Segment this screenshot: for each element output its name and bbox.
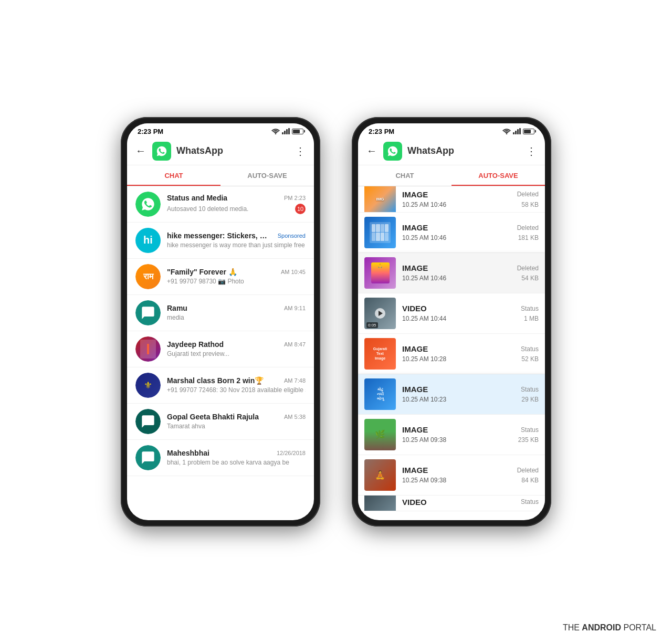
media-time-5: 10.25 AM 10:23: [402, 396, 446, 403]
media-size-3: 1 MB: [524, 315, 539, 322]
chat-name-jaydeep: Jaydeep Rathod: [167, 340, 224, 349]
app-icon-right: [383, 142, 402, 161]
chat-name-hike: hike messenger: Stickers, Hidde...: [167, 231, 272, 240]
media-time-top: 10.25 AM 10:46: [402, 201, 446, 208]
menu-button[interactable]: ⋮: [295, 145, 306, 157]
media-item-top-partial[interactable]: IMG IMAGE Deleted 10.25 AM 10:46 58 KB: [358, 186, 545, 213]
media-type-1: IMAGE: [402, 223, 428, 232]
chat-time-marshal: AM 7:48: [284, 377, 306, 384]
chat-item-family[interactable]: राम "Family" Forever 🙏 AM 10:45 +91 9970…: [127, 259, 314, 295]
chat-preview-maheshbhai: bhai, 1 problem be ao solve karva aagya …: [167, 459, 306, 466]
media-thumb-5: મોટુનચીભોળુ: [364, 378, 396, 410]
media-type-5: IMAGE: [402, 385, 428, 394]
media-size-7: 84 KB: [521, 477, 539, 484]
chat-item-hike[interactable]: hi hike messenger: Stickers, Hidde... Sp…: [127, 223, 314, 259]
media-status-6: Status: [521, 426, 539, 434]
chat-time-family: AM 10:45: [281, 269, 306, 275]
media-item-7[interactable]: 🧘 IMAGE Deleted 10.25 AM 09:38 84 KB: [358, 455, 545, 496]
media-thumb-7: 🧘: [364, 459, 396, 491]
battery-icon: [292, 129, 303, 134]
tab-autosave[interactable]: AUTO-SAVE: [220, 165, 314, 186]
back-button[interactable]: ←: [135, 145, 146, 157]
left-phone: 2:23 PM: [121, 117, 320, 526]
chat-list: Status and Media PM 2:23 Autosaved 10 de…: [127, 186, 314, 520]
chat-item-status-media[interactable]: Status and Media PM 2:23 Autosaved 10 de…: [127, 186, 314, 223]
media-details-3: VIDEO Status 10.25 AM 10:44 1 MB: [402, 304, 539, 322]
tab-chat[interactable]: CHAT: [127, 165, 220, 186]
app-bar-right: ← WhatsApp ⋮: [358, 138, 545, 165]
media-item-1[interactable]: IMAGE Deleted 10.25 AM 10:46 181 KB: [358, 213, 545, 253]
media-thumb-8: [364, 496, 396, 511]
media-time-6: 10.25 AM 09:38: [402, 436, 446, 444]
media-item-3[interactable]: 0:05 VIDEO Status 10.25 AM 10:44 1 MB: [358, 293, 545, 334]
chat-item-marshal[interactable]: ⚜ Marshal class Born 2 win🏆 AM 7:48 +91 …: [127, 367, 314, 404]
media-time-7: 10.25 AM 09:38: [402, 477, 446, 484]
chat-preview-gopal: Tamarat ahva: [167, 423, 306, 430]
chat-item-gopal[interactable]: Gopal Geeta Bhakti Rajula AM 5:38 Tamara…: [127, 404, 314, 440]
media-item-4[interactable]: GujaratiTextImage IMAGE Status 10.25 AM …: [358, 334, 545, 374]
media-time-1: 10.25 AM 10:46: [402, 234, 446, 241]
chat-name-maheshbhai: Maheshbhai: [167, 449, 209, 457]
media-size-2: 54 KB: [521, 275, 539, 282]
chat-time-ramu: AM 9:11: [284, 305, 306, 311]
media-status-3: Status: [521, 305, 539, 312]
media-thumb-2: 🙏: [364, 257, 396, 289]
media-details-4: IMAGE Status 10.25 AM 10:28 52 KB: [402, 344, 539, 363]
app-title: WhatsApp: [176, 145, 295, 156]
avatar-jaydeep: [135, 336, 161, 362]
phone-device: 2:23 PM: [121, 117, 320, 526]
signal-icon: [282, 128, 290, 134]
chat-item-jaydeep[interactable]: Jaydeep Rathod AM 8:47 Gujarati text pre…: [127, 331, 314, 367]
media-time-2: 10.25 AM 10:46: [402, 275, 446, 282]
avatar-family: राम: [135, 264, 161, 289]
chat-preview-family: +91 99707 98730 📷 Photo: [167, 278, 306, 285]
media-size-6: 235 KB: [518, 436, 539, 444]
media-details-6: IMAGE Status 10.25 AM 09:38 235 KB: [402, 425, 539, 444]
status-time-right: 2:23 PM: [369, 128, 394, 135]
badge: 10: [295, 204, 306, 214]
whatsapp-icon: [156, 145, 167, 157]
media-type-7: IMAGE: [402, 466, 428, 475]
chat-info-ramu: Ramu AM 9:11 media: [167, 304, 306, 321]
chat-info-hike: hike messenger: Stickers, Hidde... Spons…: [167, 231, 306, 249]
avatar-marshal: ⚜: [135, 373, 161, 398]
wifi-icon: [271, 128, 280, 134]
phone-screen: 2:23 PM: [127, 123, 314, 520]
tab-autosave-right[interactable]: AUTO-SAVE: [452, 165, 545, 186]
chat-info-gopal: Gopal Geeta Bhakti Rajula AM 5:38 Tamara…: [167, 413, 306, 430]
avatar-ramu: [135, 300, 161, 325]
status-time: 2:23 PM: [138, 128, 163, 135]
media-status-4: Status: [521, 345, 539, 353]
media-type-2: IMAGE: [402, 263, 428, 272]
media-thumb-3: 0:05: [364, 298, 396, 329]
app-title-right: WhatsApp: [407, 145, 526, 156]
media-item-8-partial[interactable]: VIDEO Status: [358, 496, 545, 511]
battery-icon-right: [523, 129, 534, 134]
back-button-right[interactable]: ←: [366, 145, 377, 157]
watermark-prefix: THE: [563, 623, 582, 632]
media-size-top: 58 KB: [521, 201, 539, 208]
whatsapp-icon-right: [387, 145, 398, 157]
avatar-maheshbhai: [135, 445, 161, 470]
chat-item-ramu[interactable]: Ramu AM 9:11 media: [127, 295, 314, 331]
media-item-6[interactable]: 🌿 IMAGE Status 10.25 AM 09:38 235 KB: [358, 415, 545, 455]
media-type-top: IMAGE: [402, 190, 428, 199]
status-bar: 2:23 PM: [127, 123, 314, 138]
chat-name-family: "Family" Forever 🙏: [167, 268, 237, 276]
chat-time-jaydeep: AM 8:47: [284, 341, 306, 347]
media-item-5[interactable]: મોટુનચીભોળુ IMAGE Status 10.25 AM 10:23 …: [358, 374, 545, 415]
media-status-1: Deleted: [517, 224, 539, 231]
media-item-2[interactable]: 🙏 IMAGE Deleted 10.25 AM 10:46 54 KB: [358, 253, 545, 293]
avatar-gopal: [135, 409, 161, 434]
wifi-icon-right: [502, 128, 511, 134]
menu-button-right[interactable]: ⋮: [526, 145, 537, 157]
status-icons-right: [502, 128, 534, 134]
media-details-5: IMAGE Status 10.25 AM 10:23 29 KB: [402, 385, 539, 403]
app-bar: ← WhatsApp ⋮: [127, 138, 314, 165]
signal-icon-right: [513, 128, 521, 134]
chat-info-jaydeep: Jaydeep Rathod AM 8:47 Gujarati text pre…: [167, 340, 306, 357]
media-status-8: Status: [521, 498, 539, 505]
tab-chat-right[interactable]: CHAT: [358, 165, 452, 186]
status-icons: [271, 128, 303, 134]
chat-item-maheshbhai[interactable]: Maheshbhai 12/26/2018 bhai, 1 problem be…: [127, 440, 314, 476]
